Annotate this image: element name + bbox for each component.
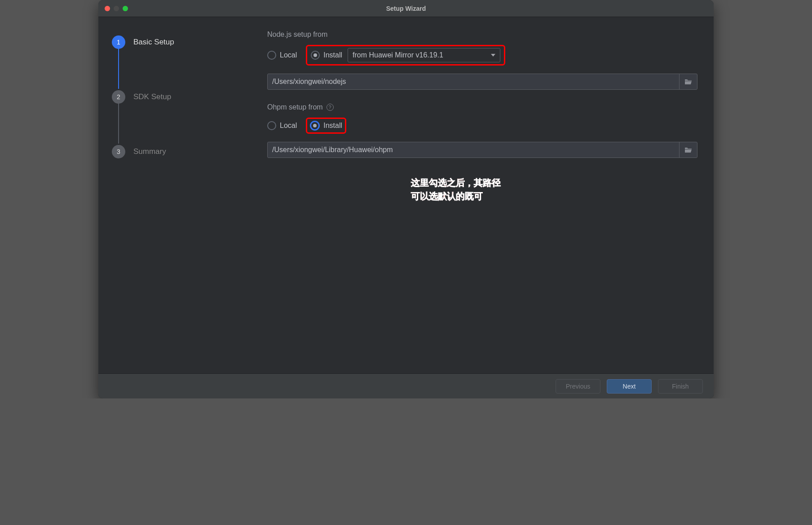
- radio-icon: [310, 121, 320, 131]
- step-number-badge: 3: [112, 145, 125, 158]
- node-source-row: Local Install from Huawei Mirror v16.19.…: [267, 45, 697, 66]
- ohpm-install-radio[interactable]: Install: [310, 121, 342, 131]
- radio-icon: [267, 51, 276, 60]
- step-summary[interactable]: 3 Summary: [112, 144, 238, 159]
- node-browse-button[interactable]: [679, 74, 697, 89]
- wizard-sidebar: 1 Basic Setup 2 SDK Setup 3 Summary: [98, 17, 251, 373]
- previous-button[interactable]: Previous: [556, 379, 600, 394]
- step-label: Summary: [133, 147, 166, 156]
- ohpm-browse-button[interactable]: [679, 142, 697, 158]
- maximize-window-button[interactable]: [123, 6, 128, 11]
- step-number-badge: 1: [112, 35, 125, 49]
- ohpm-section-label: Ohpm setup from ?: [267, 103, 697, 111]
- minimize-window-button[interactable]: [114, 6, 119, 11]
- chevron-down-icon: [491, 54, 495, 57]
- node-install-highlight: Install from Huawei Mirror v16.19.1: [306, 45, 505, 66]
- step-sdk-setup[interactable]: 2 SDK Setup: [112, 90, 238, 104]
- annotation-line-1: 这里勾选之后，其路径: [411, 176, 697, 189]
- step-number-badge: 2: [112, 90, 125, 104]
- ohpm-path-input[interactable]: [268, 142, 679, 158]
- annotation-text: 这里勾选之后，其路径 可以选默认的既可: [411, 176, 697, 203]
- ohpm-install-highlight: Install: [306, 118, 346, 134]
- dropdown-value: from Huawei Mirror v16.19.1: [353, 51, 443, 59]
- titlebar: Setup Wizard: [98, 0, 714, 17]
- ohpm-source-row: Local Install: [267, 118, 697, 134]
- node-path-input[interactable]: [268, 74, 679, 89]
- step-connector-line: [118, 103, 119, 144]
- folder-open-icon: [684, 147, 693, 153]
- radio-label: Local: [280, 51, 297, 59]
- ohpm-local-radio[interactable]: Local: [267, 121, 297, 130]
- radio-icon: [311, 51, 320, 60]
- node-local-radio[interactable]: Local: [267, 51, 297, 60]
- radio-label: Local: [280, 122, 297, 130]
- wizard-body: 1 Basic Setup 2 SDK Setup 3 Summary Node…: [98, 17, 714, 373]
- setup-wizard-window: Setup Wizard 1 Basic Setup 2 SDK Setup 3…: [98, 0, 714, 398]
- radio-label: Install: [323, 122, 342, 130]
- ohpm-path-row: [267, 142, 697, 158]
- ohpm-section-text: Ohpm setup from: [267, 103, 323, 111]
- node-path-row: [267, 74, 697, 90]
- step-basic-setup[interactable]: 1 Basic Setup: [112, 35, 238, 49]
- node-section-label: Node.js setup from: [267, 31, 697, 39]
- annotation-line-2: 可以选默认的既可: [411, 189, 697, 203]
- wizard-main-content: Node.js setup from Local Install from Hu…: [251, 17, 714, 373]
- step-label: Basic Setup: [133, 38, 174, 47]
- finish-button[interactable]: Finish: [658, 379, 703, 394]
- wizard-footer: Previous Next Finish: [98, 373, 714, 398]
- step-label: SDK Setup: [133, 92, 171, 101]
- node-install-radio[interactable]: Install: [311, 51, 342, 60]
- node-version-dropdown[interactable]: from Huawei Mirror v16.19.1: [348, 48, 500, 62]
- step-connector-line: [118, 48, 119, 89]
- radio-label: Install: [323, 51, 342, 59]
- window-controls: [105, 6, 128, 11]
- close-window-button[interactable]: [105, 6, 110, 11]
- window-title: Setup Wizard: [386, 5, 426, 12]
- folder-open-icon: [684, 79, 693, 85]
- help-icon[interactable]: ?: [327, 104, 334, 111]
- radio-icon: [267, 121, 276, 130]
- next-button[interactable]: Next: [607, 379, 652, 394]
